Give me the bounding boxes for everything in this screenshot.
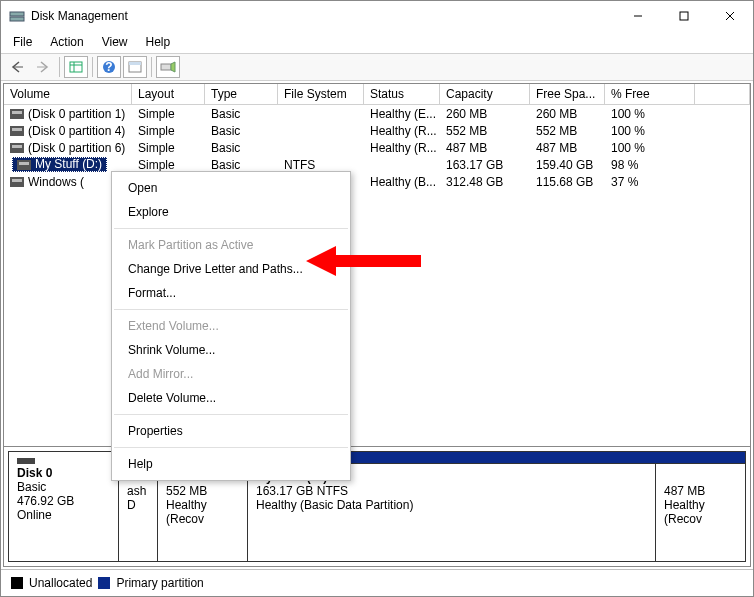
cell-volume: (Disk 0 partition 1): [4, 107, 132, 121]
back-button[interactable]: [5, 56, 29, 78]
cell-status: Healthy (R...: [364, 124, 440, 138]
col-pctfree[interactable]: % Free: [605, 84, 695, 104]
cell-status: Healthy (R...: [364, 141, 440, 155]
partition-status: Healthy (Recov: [166, 498, 239, 526]
col-volume[interactable]: Volume: [4, 84, 132, 104]
partition-size: 487 MB: [664, 484, 737, 498]
disk-size: 476.92 GB: [17, 494, 110, 508]
svg-rect-15: [161, 64, 171, 70]
cell-capacity: 312.48 GB: [440, 175, 530, 189]
disk-name: Disk 0: [17, 466, 110, 480]
cell-volume: My Stuff (D:): [4, 157, 132, 173]
disk-icon: [17, 458, 35, 464]
close-button[interactable]: [707, 1, 753, 31]
partition-size: 163.17 GB NTFS: [256, 484, 647, 498]
minimize-button[interactable]: [615, 1, 661, 31]
ctx-extend-volume: Extend Volume...: [112, 314, 350, 338]
legend-swatch-unallocated: [11, 577, 23, 589]
toolbar: ?: [1, 53, 753, 81]
partition-size: 552 MB: [166, 484, 239, 498]
cell-capacity: 163.17 GB: [440, 158, 530, 172]
cell-status: Healthy (B...: [364, 175, 440, 189]
ctx-add-mirror: Add Mirror...: [112, 362, 350, 386]
cell-volume: (Disk 0 partition 4): [4, 124, 132, 138]
svg-rect-14: [129, 62, 141, 65]
forward-button[interactable]: [31, 56, 55, 78]
view-list-button[interactable]: [64, 56, 88, 78]
help-button[interactable]: ?: [97, 56, 121, 78]
menu-action[interactable]: Action: [42, 33, 91, 51]
col-status[interactable]: Status: [364, 84, 440, 104]
table-row[interactable]: (Disk 0 partition 6)SimpleBasicHealthy (…: [4, 139, 750, 156]
cell-pct: 100 %: [605, 107, 695, 121]
col-freespace[interactable]: Free Spa...: [530, 84, 605, 104]
cell-pct: 100 %: [605, 124, 695, 138]
cell-free: 487 MB: [530, 141, 605, 155]
ctx-open[interactable]: Open: [112, 176, 350, 200]
cell-layout: Simple: [132, 124, 205, 138]
cell-pct: 98 %: [605, 158, 695, 172]
legend-unallocated: Unallocated: [29, 576, 92, 590]
menu-help[interactable]: Help: [138, 33, 179, 51]
cell-capacity: 487 MB: [440, 141, 530, 155]
table-row[interactable]: (Disk 0 partition 1)SimpleBasicHealthy (…: [4, 105, 750, 122]
svg-text:?: ?: [105, 60, 112, 74]
menu-file[interactable]: File: [5, 33, 40, 51]
ctx-properties[interactable]: Properties: [112, 419, 350, 443]
volume-table-header: Volume Layout Type File System Status Ca…: [4, 84, 750, 105]
svg-rect-3: [680, 12, 688, 20]
cell-capacity: 260 MB: [440, 107, 530, 121]
col-type[interactable]: Type: [205, 84, 278, 104]
cell-layout: Simple: [132, 141, 205, 155]
cell-pct: 100 %: [605, 141, 695, 155]
disk-info-pane[interactable]: Disk 0 Basic 476.92 GB Online: [8, 451, 118, 562]
cell-type: Basic: [205, 141, 278, 155]
window-title: Disk Management: [31, 9, 615, 23]
disk-type: Basic: [17, 480, 110, 494]
menu-view[interactable]: View: [94, 33, 136, 51]
col-capacity[interactable]: Capacity: [440, 84, 530, 104]
cell-pct: 37 %: [605, 175, 695, 189]
ctx-delete-volume[interactable]: Delete Volume...: [112, 386, 350, 410]
drive-icon: [10, 109, 24, 119]
cell-free: 260 MB: [530, 107, 605, 121]
partition-status: Healthy (Basic Data Partition): [256, 498, 647, 512]
cell-layout: Simple: [132, 158, 205, 172]
partition-status: Healthy (Recov: [664, 498, 737, 526]
maximize-button[interactable]: [661, 1, 707, 31]
cell-type: Basic: [205, 124, 278, 138]
col-filesystem[interactable]: File System: [278, 84, 364, 104]
view-graphical-button[interactable]: [123, 56, 147, 78]
col-spacer: [695, 84, 750, 104]
cell-layout: Simple: [132, 107, 205, 121]
ctx-help[interactable]: Help: [112, 452, 350, 476]
cell-capacity: 552 MB: [440, 124, 530, 138]
drive-icon: [10, 143, 24, 153]
svg-rect-8: [70, 62, 82, 72]
context-menu: Open Explore Mark Partition as Active Ch…: [111, 171, 351, 481]
title-bar[interactable]: Disk Management: [1, 1, 753, 31]
cell-free: 552 MB: [530, 124, 605, 138]
action-button[interactable]: [156, 56, 180, 78]
table-row[interactable]: (Disk 0 partition 4)SimpleBasicHealthy (…: [4, 122, 750, 139]
partition[interactable]: 487 MBHealthy (Recov: [656, 463, 746, 562]
partition-status: ash D: [127, 484, 149, 512]
drive-icon: [17, 160, 31, 170]
cell-free: 115.68 GB: [530, 175, 605, 189]
ctx-shrink-volume[interactable]: Shrink Volume...: [112, 338, 350, 362]
cell-free: 159.40 GB: [530, 158, 605, 172]
col-layout[interactable]: Layout: [132, 84, 205, 104]
drive-icon: [10, 126, 24, 136]
disk-state: Online: [17, 508, 110, 522]
cell-volume: (Disk 0 partition 6): [4, 141, 132, 155]
svg-marker-16: [306, 246, 421, 276]
svg-rect-1: [10, 17, 24, 21]
ctx-explore[interactable]: Explore: [112, 200, 350, 224]
cell-type: Basic: [205, 107, 278, 121]
app-icon: [9, 8, 25, 24]
annotation-arrow: [306, 241, 426, 291]
disk-management-window: Disk Management File Action View Help ? …: [0, 0, 754, 597]
drive-icon: [10, 177, 24, 187]
cell-status: Healthy (E...: [364, 107, 440, 121]
legend-primary: Primary partition: [116, 576, 203, 590]
